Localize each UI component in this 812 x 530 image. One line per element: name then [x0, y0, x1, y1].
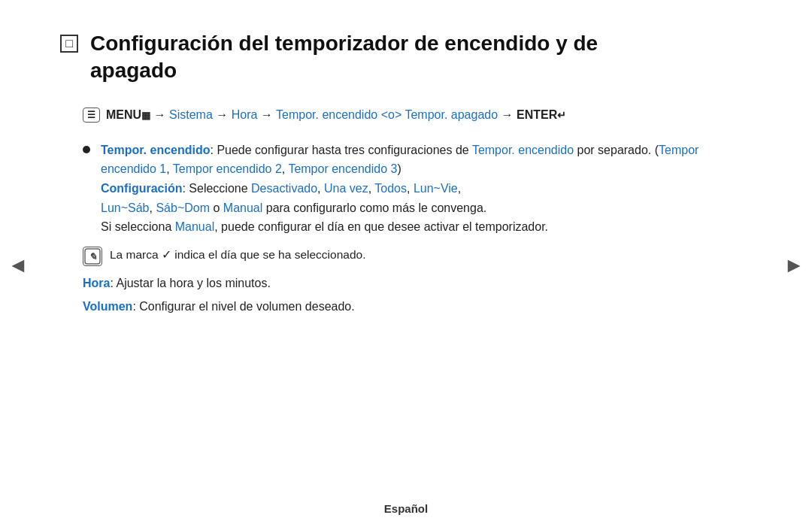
tempor-encendido-label2: Tempor. encendido — [472, 144, 574, 156]
menu-label: MENU — [106, 108, 141, 121]
page-container: ◄ ► □ Configuración del temporizador de … — [0, 0, 812, 530]
menu-path-section: ☰ MENU▦ → Sistema → Hora → Tempor. encen… — [83, 106, 752, 124]
checkbox-icon: □ — [60, 35, 78, 53]
note-icon: ✎ — [83, 247, 102, 266]
lun-sab-label: Lun~Sáb — [101, 201, 150, 214]
menu-hora: Hora — [232, 108, 258, 121]
bullet-dot — [83, 146, 90, 153]
sab-dom-label: Sáb~Dom — [156, 201, 210, 214]
footer: Español — [0, 502, 812, 515]
checkmark: ✓ — [162, 248, 171, 261]
note-text: La marca ✓ indica el día que se ha selec… — [110, 246, 365, 263]
desactivado-label: Desactivado — [251, 182, 317, 195]
menu-tempor-encendido: Tempor. encendido — [276, 108, 377, 121]
bullet-content: Tempor. encendido: Puede configurar hast… — [101, 141, 752, 237]
page-title: Configuración del temporizador de encend… — [90, 30, 598, 85]
footer-language: Español — [384, 502, 428, 515]
todos-label: Todos — [374, 182, 407, 195]
lun-vie-label: Lun~Vie — [414, 182, 458, 195]
tempor3-label: Tempor encendido 3 — [288, 162, 397, 175]
manual2-label: Manual — [175, 220, 214, 233]
hora-label: Hora — [83, 277, 110, 289]
nav-arrow-right[interactable]: ► — [783, 253, 804, 277]
title-section: □ Configuración del temporizador de ence… — [60, 30, 752, 85]
volumen-line: Volumen: Configurar el nivel de volumen … — [83, 297, 752, 316]
hora-line: Hora: Ajustar la hora y los minutos. — [83, 274, 752, 293]
bullet-item: Tempor. encendido: Puede configurar hast… — [83, 141, 752, 237]
volumen-label: Volumen — [83, 300, 132, 313]
menu-tempor-apagado: Tempor. apagado — [404, 108, 498, 121]
configuracion-label: Configuración — [101, 182, 182, 195]
menu-path-text: MENU▦ → Sistema → Hora → Tempor. encendi… — [106, 106, 566, 124]
tempor-encendido-label: Tempor. encendido — [101, 144, 211, 156]
nav-arrow-left[interactable]: ◄ — [8, 253, 29, 277]
manual-label: Manual — [223, 201, 262, 214]
tempor2-label: Tempor encendido 2 — [173, 162, 282, 175]
menu-sistema: Sistema — [169, 108, 213, 121]
menu-separator: <o> — [381, 108, 402, 121]
svg-text:✎: ✎ — [89, 251, 97, 262]
content-section: Tempor. encendido: Puede configurar hast… — [83, 141, 752, 316]
note-block: ✎ La marca ✓ indica el día que se ha sel… — [83, 246, 752, 266]
una-vez-label: Una vez — [324, 182, 368, 195]
menu-enter: ENTER — [517, 108, 557, 121]
menu-icon: ☰ — [83, 108, 100, 123]
